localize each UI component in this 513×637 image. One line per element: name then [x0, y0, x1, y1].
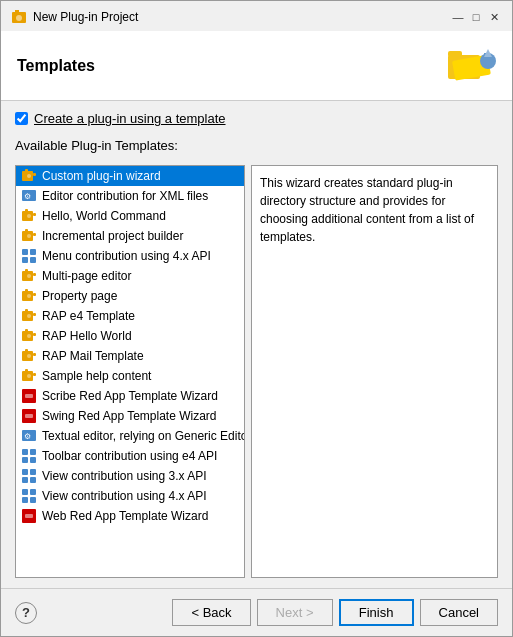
svg-rect-49 [33, 373, 36, 376]
list-item-label: Editor contribution for XML files [42, 189, 208, 203]
svg-rect-68 [30, 497, 36, 503]
list-item-label: Web Red App Template Wizard [42, 509, 208, 523]
svg-rect-4 [448, 51, 462, 57]
svg-rect-67 [22, 497, 28, 503]
templates-panels: Custom plug-in wizard ⚙ Editor contribut… [15, 165, 498, 578]
page-title: Templates [17, 57, 95, 75]
list-item-label: Property page [42, 289, 117, 303]
svg-rect-66 [30, 489, 36, 495]
svg-rect-54 [25, 414, 33, 418]
list-item[interactable]: Toolbar contribution using e4 API [16, 446, 244, 466]
list-item[interactable]: Swing Red App Template Wizard [16, 406, 244, 426]
list-item-label: Textual editor, relying on Generic Edito… [42, 429, 245, 443]
svg-text:⚙: ⚙ [24, 432, 31, 441]
list-item[interactable]: ⚙ Editor contribution for XML files [16, 186, 244, 206]
list-item-label: View contribution using 3.x API [42, 469, 207, 483]
puzzle-yellow-icon [21, 328, 37, 344]
list-item[interactable]: Sample help content [16, 366, 244, 386]
cancel-button[interactable]: Cancel [420, 599, 498, 626]
puzzle-yellow-icon [21, 268, 37, 284]
window: New Plug-in Project — □ ✕ Templates Crea… [0, 0, 513, 637]
svg-rect-36 [25, 309, 28, 312]
title-bar: New Plug-in Project — □ ✕ [1, 1, 512, 31]
maximize-button[interactable]: □ [468, 9, 484, 25]
svg-rect-17 [33, 213, 36, 216]
minimize-button[interactable]: — [450, 9, 466, 25]
puzzle-yellow-icon [21, 228, 37, 244]
window-icon [11, 9, 27, 25]
svg-point-18 [27, 214, 31, 218]
window-title: New Plug-in Project [33, 10, 138, 24]
svg-rect-24 [30, 249, 36, 255]
list-item[interactable]: Hello, World Command [16, 206, 244, 226]
svg-rect-64 [30, 477, 36, 483]
red-square-icon [21, 388, 37, 404]
svg-rect-32 [25, 289, 28, 292]
puzzle-yellow-icon [21, 368, 37, 384]
list-item-label: Custom plug-in wizard [42, 169, 161, 183]
help-button[interactable]: ? [15, 602, 37, 624]
list-item[interactable]: Web Red App Template Wizard [16, 506, 244, 526]
footer: ? < Back Next > Finish Cancel [1, 588, 512, 636]
svg-rect-23 [22, 249, 28, 255]
svg-point-46 [27, 354, 31, 358]
list-item[interactable]: RAP Mail Template [16, 346, 244, 366]
svg-rect-10 [25, 169, 28, 172]
description-text: This wizard creates standard plug-in dir… [260, 176, 474, 244]
list-item-label: Swing Red App Template Wizard [42, 409, 217, 423]
list-item-label: Sample help content [42, 369, 151, 383]
svg-point-22 [27, 234, 31, 238]
svg-rect-70 [25, 514, 33, 518]
svg-rect-58 [30, 449, 36, 455]
list-item-label: Multi-page editor [42, 269, 131, 283]
gear-blue-icon: ⚙ [21, 188, 37, 204]
list-item[interactable]: RAP e4 Template [16, 306, 244, 326]
list-item[interactable]: View contribution using 4.x API [16, 486, 244, 506]
list-item[interactable]: Property page [16, 286, 244, 306]
templates-list[interactable]: Custom plug-in wizard ⚙ Editor contribut… [15, 165, 245, 578]
svg-point-2 [16, 15, 22, 21]
list-item[interactable]: ⚙ Textual editor, relying on Generic Edi… [16, 426, 244, 446]
list-item-label: RAP e4 Template [42, 309, 135, 323]
red-square-icon [21, 408, 37, 424]
svg-point-34 [27, 294, 31, 298]
svg-rect-37 [33, 313, 36, 316]
list-item-label: Scribe Red App Template Wizard [42, 389, 218, 403]
svg-point-42 [27, 334, 31, 338]
grid-blue-icon [21, 248, 37, 264]
svg-rect-25 [22, 257, 28, 263]
svg-rect-1 [15, 10, 19, 13]
puzzle-yellow-icon [21, 348, 37, 364]
puzzle-yellow-icon [21, 308, 37, 324]
finish-button[interactable]: Finish [339, 599, 414, 626]
list-item[interactable]: Custom plug-in wizard [16, 166, 244, 186]
header-section: Templates [1, 31, 512, 101]
svg-point-38 [27, 314, 31, 318]
svg-rect-29 [33, 273, 36, 276]
list-item[interactable]: Multi-page editor [16, 266, 244, 286]
svg-rect-20 [25, 229, 28, 232]
svg-point-12 [27, 174, 31, 178]
svg-rect-61 [22, 469, 28, 475]
use-template-checkbox[interactable] [15, 112, 28, 125]
close-button[interactable]: ✕ [486, 9, 502, 25]
list-item-label: Hello, World Command [42, 209, 166, 223]
list-item[interactable]: Scribe Red App Template Wizard [16, 386, 244, 406]
grid-blue-icon [21, 448, 37, 464]
templates-section-label: Available Plug-in Templates: [15, 138, 498, 153]
svg-rect-41 [33, 333, 36, 336]
folder-open-icon [446, 43, 496, 88]
back-button[interactable]: < Back [172, 599, 250, 626]
use-template-label[interactable]: Create a plug-in using a template [34, 111, 226, 126]
gear-blue-icon: ⚙ [21, 428, 37, 444]
list-item[interactable]: Menu contribution using 4.x API [16, 246, 244, 266]
list-item[interactable]: View contribution using 3.x API [16, 466, 244, 486]
svg-rect-11 [33, 173, 36, 176]
next-button[interactable]: Next > [257, 599, 333, 626]
svg-rect-33 [33, 293, 36, 296]
svg-rect-28 [25, 269, 28, 272]
list-item[interactable]: Incremental project builder [16, 226, 244, 246]
list-item[interactable]: RAP Hello World [16, 326, 244, 346]
svg-rect-48 [25, 369, 28, 372]
svg-point-30 [27, 274, 31, 278]
